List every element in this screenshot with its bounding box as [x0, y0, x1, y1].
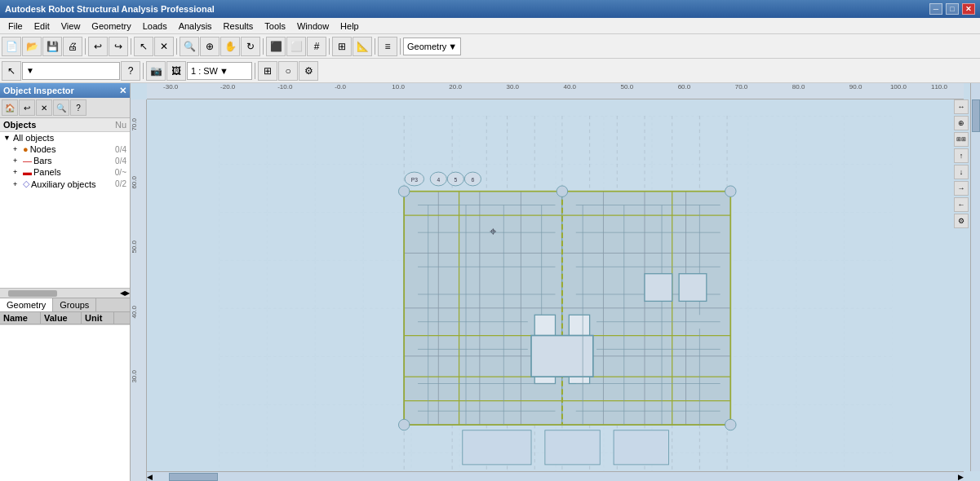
- new-button[interactable]: 📄: [2, 37, 21, 56]
- horizontal-scrollbar[interactable]: ◀ ▶: [147, 471, 964, 481]
- bars-line-icon: —: [23, 156, 32, 165]
- bottom-tabs: Geometry Groups: [0, 298, 130, 312]
- redo-button[interactable]: ↪: [109, 37, 128, 56]
- insp-btn3[interactable]: ✕: [36, 99, 52, 116]
- vscroll-thumb[interactable]: [972, 99, 980, 132]
- close-button[interactable]: ✕: [962, 3, 975, 15]
- insp-search[interactable]: 🔍: [53, 99, 69, 116]
- ruler-label-50: 50.0: [621, 83, 634, 90]
- aux-count: 0/2: [115, 179, 126, 188]
- menu-help[interactable]: Help: [335, 20, 364, 33]
- cursor-button[interactable]: ↖: [2, 61, 21, 81]
- camera-button[interactable]: 📷: [146, 61, 166, 81]
- minimize-button[interactable]: ─: [929, 3, 942, 15]
- ruler-label-100: 100.0: [890, 83, 907, 90]
- inspector-toolbar: 🏠 ↩ ✕ 🔍 ?: [0, 98, 130, 118]
- vp-btn8[interactable]: ⚙: [954, 214, 969, 228]
- menu-file[interactable]: File: [3, 20, 28, 33]
- hscroll-left-button[interactable]: ◀: [147, 473, 153, 481]
- vp-btn2[interactable]: ⊕: [954, 116, 969, 130]
- render-button[interactable]: ⬛: [266, 37, 286, 56]
- view-btn3[interactable]: ⚙: [299, 61, 318, 81]
- svg-text:5: 5: [454, 177, 457, 183]
- grid-button[interactable]: #: [307, 37, 326, 56]
- print-button[interactable]: 🖨: [63, 37, 82, 56]
- close-inspector-button[interactable]: ✕: [119, 86, 126, 96]
- hscroll-thumb[interactable]: [169, 473, 218, 481]
- svg-text:⌖: ⌖: [490, 224, 497, 238]
- titlebar: Autodesk Robot Structural Analysis Profe…: [0, 0, 980, 18]
- menu-edit[interactable]: Edit: [29, 20, 55, 33]
- tree-bars[interactable]: + — Bars 0/4: [0, 155, 130, 166]
- vp-btn4[interactable]: ↑: [954, 148, 969, 163]
- zoom-all-button[interactable]: ⊕: [200, 37, 220, 56]
- viewport[interactable]: -30.0 -20.0 -10.0 -0.0 10.0 20.0 30.0 40…: [131, 83, 980, 481]
- menu-view[interactable]: View: [56, 20, 86, 33]
- view-btn2[interactable]: ○: [278, 61, 298, 81]
- maximize-button[interactable]: □: [946, 3, 959, 15]
- left-hscrollbar[interactable]: ◀ ▶: [0, 288, 130, 298]
- wireframe-button[interactable]: ⬜: [286, 37, 306, 56]
- vp-btn1[interactable]: ↔: [954, 99, 969, 114]
- view-btn1[interactable]: ⊞: [258, 61, 277, 81]
- tree-nodes[interactable]: + ● Nodes 0/4: [0, 143, 130, 155]
- vertical-scrollbar[interactable]: [970, 83, 980, 471]
- menu-analysis[interactable]: Analysis: [174, 20, 217, 33]
- svg-text:P3: P3: [411, 177, 418, 183]
- pan-button[interactable]: ✋: [220, 37, 240, 56]
- tab-groups[interactable]: Groups: [53, 298, 96, 311]
- object-inspector-header: Object Inspector ✕: [0, 83, 130, 98]
- measure-button[interactable]: 📐: [353, 37, 372, 56]
- tab-geometry[interactable]: Geometry: [0, 298, 53, 311]
- ruler-label-80: 80.0: [792, 83, 805, 90]
- vp-btn5[interactable]: ↓: [954, 165, 969, 179]
- scroll-right-icon[interactable]: ▶: [125, 289, 130, 297]
- ruler-label-10: 10.0: [392, 83, 405, 90]
- geometry-dropdown[interactable]: Geometry ▼: [403, 38, 461, 55]
- vp-btn7[interactable]: ←: [954, 197, 969, 212]
- prop-name-header: Name: [0, 312, 41, 324]
- all-objects-label: All objects: [13, 133, 54, 143]
- tree-auxiliary[interactable]: + ◇ Auxiliary objects 0/2: [0, 178, 130, 190]
- toolbar1: 📄 📂 💾 🖨 ↩ ↪ ↖ ✕ 🔍 ⊕ ✋ ↻ ⬛ ⬜ # ⊞ 📐 ≡ Geom…: [0, 34, 980, 59]
- zoom-in-button[interactable]: 🔍: [180, 37, 199, 56]
- ruler-vert-60: 60.0: [131, 176, 138, 189]
- delete-button[interactable]: ✕: [154, 37, 174, 56]
- inspector-title: Object Inspector: [3, 86, 74, 95]
- menubar: File Edit View Geometry Loads Analysis R…: [0, 18, 980, 34]
- svg-point-55: [725, 186, 736, 196]
- insp-help[interactable]: ?: [70, 99, 86, 116]
- menu-loads[interactable]: Loads: [138, 20, 172, 33]
- help-button[interactable]: ?: [121, 61, 140, 81]
- save-button[interactable]: 💾: [42, 37, 62, 56]
- ruler-top: -30.0 -20.0 -10.0 -0.0 10.0 20.0 30.0 40…: [147, 83, 964, 99]
- tree-all-objects[interactable]: ▼ All objects: [0, 132, 130, 143]
- insp-btn2[interactable]: ↩: [19, 99, 35, 116]
- ruler-label-30: 30.0: [506, 83, 519, 90]
- vp-btn6[interactable]: →: [954, 181, 969, 196]
- snap-button[interactable]: ⊞: [332, 37, 352, 56]
- screenshot-button[interactable]: 🖼: [166, 61, 186, 81]
- rotate-button[interactable]: ↻: [241, 37, 260, 56]
- properties-button[interactable]: ≡: [378, 37, 397, 56]
- undo-button[interactable]: ↩: [88, 37, 108, 56]
- open-button[interactable]: 📂: [22, 37, 42, 56]
- cursor-mode-dropdown[interactable]: ▼: [22, 62, 120, 80]
- select-button[interactable]: ↖: [134, 37, 153, 56]
- ruler-left: 70.0 60.0 50.0 40.0 30.0: [131, 99, 147, 481]
- tsep1: [143, 63, 144, 79]
- main-area: Object Inspector ✕ 🏠 ↩ ✕ 🔍 ? Objects Nu …: [0, 83, 980, 481]
- menu-tools[interactable]: Tools: [259, 20, 290, 33]
- vp-display[interactable]: ⊞⊞: [954, 132, 969, 147]
- insp-btn1[interactable]: 🏠: [2, 99, 18, 116]
- grid-area[interactable]: P3 4 5 6 ⌖: [147, 99, 964, 481]
- menu-window[interactable]: Window: [292, 20, 334, 33]
- view-dropdown[interactable]: 1 : SW ▼: [187, 62, 252, 80]
- left-scroll-thumb[interactable]: [8, 290, 57, 297]
- menu-results[interactable]: Results: [219, 20, 259, 33]
- tree-panels[interactable]: + ▬ Panels 0/~: [0, 166, 130, 178]
- props-header: Name Value Unit: [0, 312, 130, 324]
- left-panel: Object Inspector ✕ 🏠 ↩ ✕ 🔍 ? Objects Nu …: [0, 83, 131, 481]
- menu-geometry[interactable]: Geometry: [86, 20, 135, 33]
- hscroll-right-button[interactable]: ▶: [958, 473, 964, 481]
